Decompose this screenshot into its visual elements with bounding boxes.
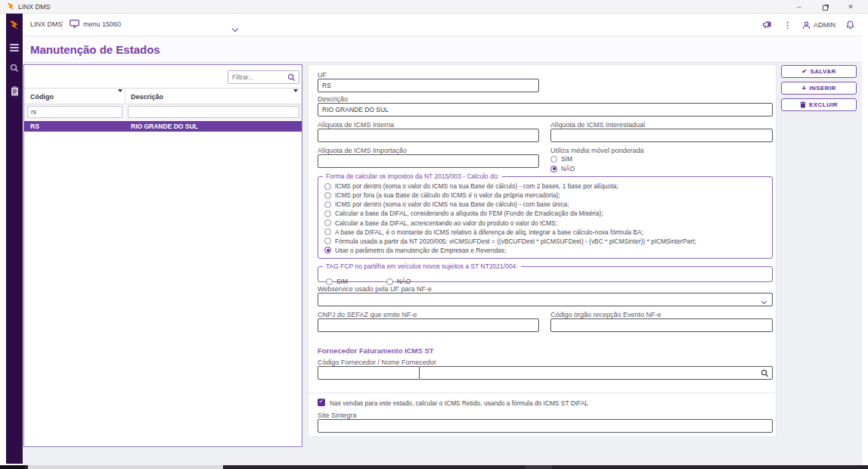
menu-list-icon[interactable] (6, 42, 23, 56)
search-icon[interactable] (287, 73, 296, 82)
monitor-icon (70, 20, 79, 28)
inserir-button-label: INSERIR (810, 85, 836, 92)
search-icon[interactable] (6, 64, 23, 73)
icms-interna-label: Alíquota de ICMS Interna (318, 121, 394, 129)
media-movel-sim[interactable]: SIM (550, 155, 572, 163)
nt2015-option-5[interactable]: Calcular a base da DIFAL, acrescentando … (324, 219, 766, 227)
radio-icon[interactable] (550, 166, 557, 172)
radio-icon[interactable] (324, 201, 331, 208)
codigo-orgao-label: Código órgão recepção Evento NF-e (550, 311, 662, 318)
media-movel-label: Utiliza média móvel ponderada (550, 147, 644, 154)
nt2015-option-7[interactable]: Fórmula usada a partir da NT 2020/005: v… (324, 238, 766, 245)
radio-icon[interactable] (324, 247, 331, 253)
table-header: Código Descrição (24, 88, 302, 104)
site-sintegra-label: Site Sintegra (318, 412, 357, 419)
cnpj-sefaz-label: CNPJ do SEFAZ que emite NF-e (318, 311, 417, 318)
radio-icon[interactable] (324, 183, 331, 190)
uf-label: UF (318, 71, 327, 79)
media-movel-nao[interactable]: NÃO (550, 165, 575, 172)
radio-icon[interactable] (324, 228, 331, 235)
linx-logo-icon[interactable] (6, 20, 23, 30)
descricao-field[interactable] (318, 103, 773, 116)
clipboard-icon[interactable] (6, 86, 23, 96)
toolbar-menu-label[interactable]: menu 15060 (83, 20, 121, 28)
tag-fcp-nao[interactable]: NÃO (386, 278, 411, 285)
nt2015-option-8[interactable]: Usar o parâmetro da manutenção de Empres… (324, 247, 766, 254)
chevron-down-icon[interactable] (233, 20, 239, 26)
table-row[interactable]: RS RIO GRANDE DO SUL (24, 121, 302, 132)
kebab-menu-icon[interactable]: ⋮ (783, 21, 792, 29)
salvar-button-label: SALVAR (811, 68, 836, 75)
user-menu[interactable]: ADMIN (802, 21, 835, 30)
webservice-label: Webservice usado pela UF para NF-e (318, 285, 432, 293)
linx-logo-icon (7, 2, 15, 11)
nt2015-option-1[interactable]: ICMS por dentro (soma o valor do ICMS na… (324, 182, 766, 190)
radio-icon[interactable] (324, 219, 331, 226)
taskbar-segment (0, 465, 25, 469)
fornecedor-section-title: Fornecedor Faturamento ICMS ST (318, 346, 434, 355)
column-header-codigo[interactable]: Código (30, 89, 119, 105)
taskbar-strip (0, 465, 868, 469)
nt2015-fieldset: Forma de calcular os impostos da NT 2015… (318, 172, 773, 259)
filter-box (228, 70, 299, 84)
state-form-panel: UF Descrição Alíquota de ICMS Interna Al… (308, 64, 777, 437)
nt2015-option-4[interactable]: Calcular a base da DIFAL, considerando a… (324, 210, 766, 217)
salvar-button[interactable]: SALVAR (781, 65, 857, 78)
icms-retido-checkbox[interactable] (318, 399, 325, 406)
uf-field[interactable] (318, 79, 539, 92)
column-header-descricao[interactable]: Descrição (131, 89, 293, 105)
window-titlebar: LINX DMS – ✕ (0, 0, 868, 14)
icms-interestadual-label: Alíquota de ICMS Interestadual (550, 121, 645, 129)
page-header: Manutenção de Estados (23, 36, 862, 63)
minimize-button[interactable]: – (788, 0, 811, 14)
radio-icon[interactable] (550, 156, 557, 163)
codigo-orgao-field[interactable] (550, 318, 773, 332)
tag-fcp-fieldset: TAG FCP no partilha em veículos novos su… (318, 262, 773, 282)
fornecedor-campo-label: Código Fornecedor / Nome Fornecedor (318, 359, 436, 366)
icms-retido-label: Nas vendas para este estado, calcular o … (330, 399, 588, 407)
radio-icon[interactable] (326, 278, 333, 285)
bell-icon[interactable] (846, 20, 854, 30)
excluir-button[interactable]: EXCLUIR (781, 98, 857, 111)
column-divider (125, 89, 126, 105)
row-codigo: RS (30, 121, 39, 132)
codigo-filter-input[interactable] (27, 106, 122, 118)
icms-interestadual-field[interactable] (550, 129, 773, 142)
restore-button[interactable] (814, 0, 836, 14)
descricao-filter-input[interactable] (128, 106, 299, 118)
window-title: LINX DMS (18, 3, 51, 11)
plus-icon (801, 84, 806, 92)
trash-icon (800, 101, 806, 108)
row-descricao: RIO GRANDE DO SUL (131, 121, 198, 132)
filter-input[interactable] (232, 72, 285, 82)
close-button[interactable]: ✕ (839, 0, 862, 14)
app-window: LINX DMS – ✕ LINX DMS menu 15060 (0, 0, 868, 469)
radio-icon[interactable] (386, 278, 393, 285)
toolbar-separator (62, 20, 63, 30)
tag-fcp-sim[interactable]: SIM (326, 278, 348, 285)
action-buttons: SALVAR INSERIR EXCLUIR (781, 65, 857, 115)
megaphone-icon[interactable] (762, 20, 773, 30)
nt2015-option-2[interactable]: ICMS por fora (a sua Base de cálculo do … (324, 191, 766, 199)
radio-icon[interactable] (324, 238, 331, 244)
search-icon[interactable] (761, 369, 769, 377)
toolbar-tick (119, 20, 120, 24)
fornecedor-codigo-field[interactable] (318, 366, 420, 380)
icms-interna-field[interactable] (318, 129, 539, 142)
radio-icon[interactable] (324, 210, 331, 217)
toolbar: LINX DMS menu 15060 ⋮ ADMIN (23, 14, 862, 36)
horizontal-scrollbar-thumb[interactable] (28, 465, 223, 469)
inserir-button[interactable]: INSERIR (781, 82, 857, 95)
sidebar (6, 14, 23, 464)
radio-icon[interactable] (324, 192, 331, 199)
webservice-select[interactable] (318, 293, 773, 306)
icms-importacao-field[interactable] (318, 154, 539, 168)
nt2015-option-3[interactable]: ICMS por dentro (soma o valor do ICMS na… (324, 200, 766, 208)
fornecedor-nome-field[interactable] (419, 366, 773, 380)
divider (308, 393, 777, 393)
site-sintegra-field[interactable] (318, 419, 773, 433)
excluir-button-label: EXCLUIR (809, 101, 838, 108)
cnpj-sefaz-field[interactable] (318, 318, 539, 332)
nt2015-option-6[interactable]: A base da DIFAL, é o montante do ICMS re… (324, 228, 766, 236)
table-filter-row (24, 104, 302, 120)
